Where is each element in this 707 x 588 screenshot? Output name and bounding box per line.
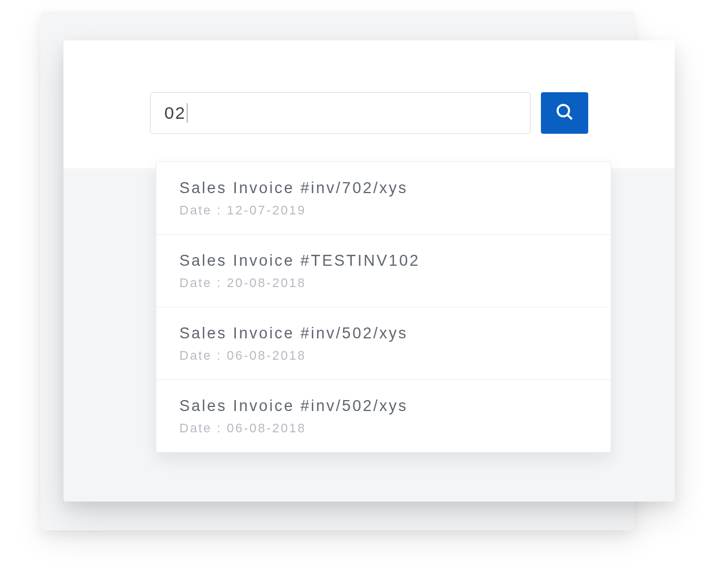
result-title: Sales Invoice #TESTINV102 [179, 252, 588, 270]
list-item[interactable]: Sales Invoice #inv/702/xys Date : 12-07-… [156, 162, 611, 235]
result-title: Sales Invoice #inv/502/xys [179, 397, 588, 415]
result-date: Date : 20-08-2018 [179, 276, 588, 291]
search-input-value: 02 [164, 103, 186, 123]
search-results-dropdown: Sales Invoice #inv/702/xys Date : 12-07-… [156, 161, 611, 453]
list-item[interactable]: Sales Invoice #inv/502/xys Date : 06-08-… [156, 307, 611, 380]
search-button[interactable] [541, 92, 588, 134]
search-area: 02 [63, 40, 675, 168]
text-cursor [187, 103, 187, 123]
list-item[interactable]: Sales Invoice #TESTINV102 Date : 20-08-2… [156, 235, 611, 307]
svg-point-0 [558, 105, 569, 116]
result-date: Date : 12-07-2019 [179, 203, 588, 218]
list-item[interactable]: Sales Invoice #inv/502/xys Date : 06-08-… [156, 380, 611, 453]
result-title: Sales Invoice #inv/502/xys [179, 325, 588, 342]
search-row: 02 [150, 92, 588, 134]
search-icon [555, 102, 574, 124]
result-date: Date : 06-08-2018 [179, 421, 588, 436]
svg-line-1 [567, 115, 572, 119]
result-title: Sales Invoice #inv/702/xys [179, 179, 588, 197]
search-input[interactable]: 02 [150, 92, 531, 134]
result-date: Date : 06-08-2018 [179, 348, 588, 363]
